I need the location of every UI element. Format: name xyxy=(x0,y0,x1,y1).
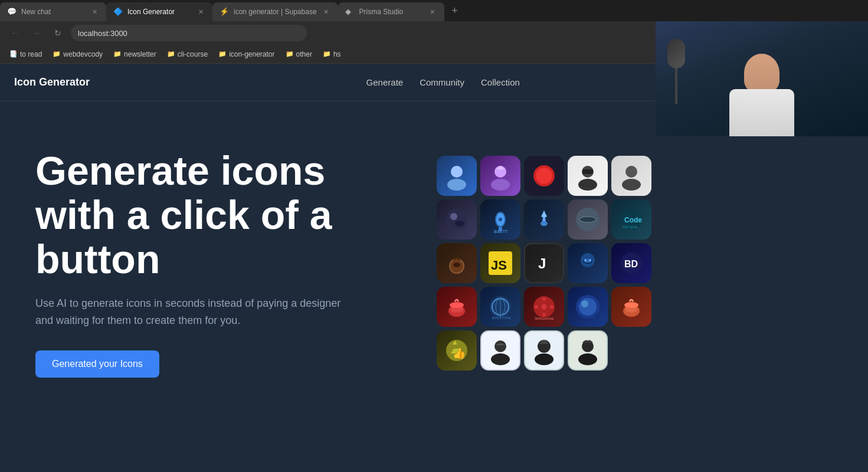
bookmark-other[interactable]: 📁 other xyxy=(281,48,317,61)
icon-cell-11[interactable] xyxy=(437,243,477,283)
svg-point-12 xyxy=(450,213,457,220)
icon-cell-8[interactable] xyxy=(524,199,564,240)
icon-cell-1[interactable] xyxy=(437,156,477,196)
icon-img-6 xyxy=(443,206,470,233)
tab-favicon-icon-generator: 🔷 xyxy=(113,7,123,17)
hero-title: Generate icons with a click of a button xyxy=(35,149,401,281)
icon-cell-6[interactable] xyxy=(437,199,477,240)
svg-text:J: J xyxy=(538,255,546,271)
tab-new-chat[interactable]: 💬 New chat ✕ xyxy=(0,2,106,21)
icon-cell-23[interactable] xyxy=(524,330,564,371)
tab-close-supabase[interactable]: ✕ xyxy=(322,7,331,17)
svg-point-37 xyxy=(450,302,464,308)
bookmark-cli-course[interactable]: 📁 cli-course xyxy=(162,48,212,61)
tab-close-new-chat[interactable]: ✕ xyxy=(90,7,99,17)
icon-img-2 xyxy=(486,161,515,191)
icon-cell-2[interactable] xyxy=(480,156,520,196)
icon-cell-13[interactable]: J xyxy=(524,243,564,283)
icon-img-11 xyxy=(442,248,471,278)
icon-img-17: BYOTTYPE xyxy=(486,292,515,322)
svg-point-54 xyxy=(624,302,638,308)
bookmark-hs[interactable]: 📁 hs xyxy=(318,48,346,61)
nav-collection[interactable]: Collection xyxy=(481,77,520,87)
svg-point-58 xyxy=(491,353,510,365)
svg-point-1 xyxy=(447,179,466,191)
icon-img-16 xyxy=(442,292,471,322)
icon-cell-4[interactable] xyxy=(568,156,608,196)
person-head xyxy=(744,54,779,92)
svg-point-5 xyxy=(536,168,552,184)
tab-label-supabase: icon generator | Supabase xyxy=(234,8,317,16)
bookmark-newsletter[interactable]: 📁 newsletter xyxy=(109,48,161,61)
bookmark-label-cli-course: cli-course xyxy=(178,50,208,58)
bookmark-label-icon-generator: icon-generator xyxy=(229,50,274,58)
person-silhouette xyxy=(729,54,794,136)
icon-cell-15[interactable]: BD xyxy=(611,243,651,283)
icon-cell-19[interactable] xyxy=(568,287,608,327)
tab-supabase[interactable]: ⚡ icon generator | Supabase ✕ xyxy=(212,2,338,21)
svg-text:BAETT: BAETT xyxy=(494,230,508,234)
bookmark-icon-generator[interactable]: 📁 icon-generator xyxy=(214,48,279,61)
icon-cell-21[interactable]: 👍 xyxy=(437,330,477,371)
cta-button[interactable]: Generated your Icons xyxy=(35,350,159,378)
bookmark-label-webdevcody: webdevcody xyxy=(63,50,103,58)
tab-label-icon-generator: Icon Generator xyxy=(127,8,191,16)
bookmark-webdevcody[interactable]: 📁 webdevcody xyxy=(48,48,107,61)
svg-point-25 xyxy=(453,263,460,267)
svg-point-11 xyxy=(446,209,467,230)
tab-prisma[interactable]: ◆ Prisma Studio ✕ xyxy=(338,2,444,21)
tab-label-new-chat: New chat xyxy=(21,8,85,16)
icon-img-18: SPAGHASE xyxy=(529,292,559,322)
icon-cell-24[interactable] xyxy=(568,330,608,371)
icon-img-21: 👍 xyxy=(442,336,471,365)
address-bar[interactable]: localhost:3000 xyxy=(71,25,307,41)
icon-cell-9[interactable] xyxy=(568,199,608,240)
tab-icon-generator[interactable]: 🔷 Icon Generator ✕ xyxy=(106,2,212,21)
icon-img-14 xyxy=(573,248,602,278)
icon-img-20 xyxy=(617,292,646,322)
address-text: localhost:3000 xyxy=(78,29,127,38)
new-tab-button[interactable]: + xyxy=(447,2,463,19)
microphone-stand xyxy=(667,39,685,104)
icon-img-13: J xyxy=(530,250,558,277)
svg-point-45 xyxy=(542,297,546,301)
icon-cell-12[interactable]: JS xyxy=(480,243,520,283)
webcam-bg xyxy=(656,21,868,136)
icon-cell-16[interactable] xyxy=(437,287,477,327)
bookmark-icon-other: 📁 xyxy=(286,50,294,58)
svg-rect-8 xyxy=(582,169,593,174)
icon-cell-14[interactable] xyxy=(568,243,608,283)
svg-text:Code: Code xyxy=(624,216,642,224)
icon-cell-10[interactable]: Code Senpai xyxy=(611,199,651,240)
icon-cell-17[interactable]: BYOTTYPE xyxy=(480,287,520,327)
svg-point-10 xyxy=(622,179,641,191)
icon-cell-5[interactable] xyxy=(611,156,651,196)
app-logo[interactable]: Icon Generator xyxy=(14,76,90,88)
icon-cell-3[interactable] xyxy=(524,156,564,196)
tab-close-icon-generator[interactable]: ✕ xyxy=(196,7,205,17)
tab-favicon-supabase: ⚡ xyxy=(220,7,229,17)
back-button[interactable]: ← xyxy=(7,25,24,41)
hero-text: Generate icons with a click of a button … xyxy=(35,149,401,378)
icon-cell-7[interactable]: BAETT xyxy=(480,199,520,240)
icon-img-7: BAETT xyxy=(486,205,515,234)
icon-cell-22[interactable] xyxy=(480,330,520,371)
icon-img-12: JS xyxy=(486,248,515,278)
icon-img-24 xyxy=(573,336,602,365)
icon-img-4 xyxy=(573,161,602,191)
forward-button[interactable]: → xyxy=(28,25,45,41)
nav-generate[interactable]: Generate xyxy=(366,77,404,87)
svg-point-32 xyxy=(584,259,587,261)
icon-cell-20[interactable] xyxy=(611,287,651,327)
bookmark-to-read[interactable]: 📑 to read xyxy=(5,48,47,61)
nav-community[interactable]: Community xyxy=(420,77,464,87)
bookmark-icon-cli-course: 📁 xyxy=(167,50,175,58)
tab-close-prisma[interactable]: ✕ xyxy=(428,7,437,17)
webcam-overlay xyxy=(656,21,868,136)
tab-label-prisma: Prisma Studio xyxy=(359,8,423,16)
icon-cell-18[interactable]: SPAGHASE xyxy=(524,287,564,327)
svg-point-60 xyxy=(535,353,553,365)
hero-section: Generate icons with a click of a button … xyxy=(0,101,868,401)
bookmark-icon-icon-generator: 📁 xyxy=(218,50,227,58)
reload-button[interactable]: ↻ xyxy=(50,25,66,41)
